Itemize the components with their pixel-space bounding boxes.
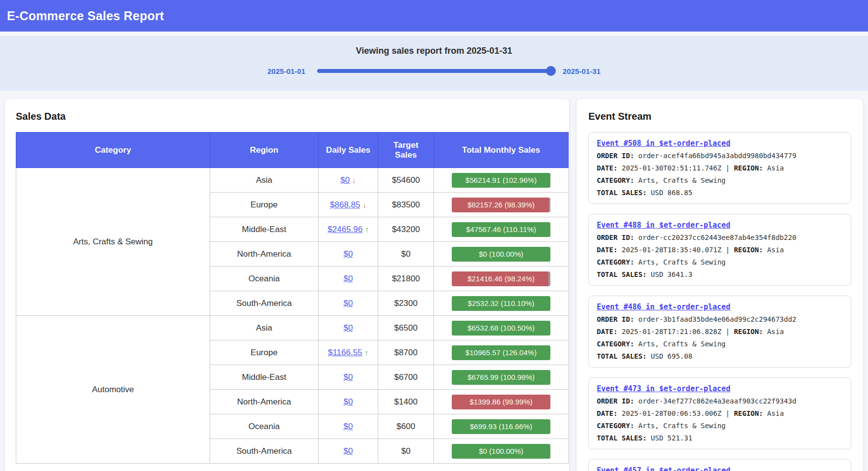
progress-label: $1399.86 (99.99%) — [452, 395, 550, 409]
event-total-sales: TOTAL SALES: USD 868.85 — [597, 188, 843, 197]
daily-sales-cell: $0 — [319, 316, 378, 340]
daily-sales-link[interactable]: $868.85 — [330, 200, 360, 209]
category-label: CATEGORY: — [597, 422, 638, 430]
total-sales-label: TOTAL SALES: — [597, 434, 651, 442]
date-range-slider[interactable] — [317, 66, 551, 76]
total-monthly-cell: $47567.46 (110.11%) — [434, 217, 569, 242]
daily-sales-link[interactable]: $0 — [344, 422, 353, 431]
trend-up-icon: ↑ — [365, 225, 369, 234]
daily-sales-link[interactable]: $0 — [344, 372, 353, 382]
event-link[interactable]: Event #473 in $et-order-placed — [597, 384, 730, 393]
daily-sales-cell: $868.85↓ — [319, 193, 378, 217]
total-monthly-cell: $0 (100.00%) — [434, 439, 569, 464]
event-date-region: DATE: 2025-01-28T18:35:40.071Z | REGION:… — [597, 245, 843, 254]
category-cell: Arts, Crafts & Sewing — [16, 168, 210, 316]
slider-track[interactable] — [317, 69, 551, 73]
event-link[interactable]: Event #488 in $et-order-placed — [597, 221, 730, 230]
sales-data-panel: Sales Data CategoryRegionDaily SalesTarg… — [5, 99, 569, 471]
daily-sales-link[interactable]: $0 — [344, 446, 353, 456]
total-monthly-cell: $0 (100.00%) — [434, 242, 569, 267]
target-sales-cell: $0 — [378, 439, 434, 464]
region-cell: South-America — [210, 439, 319, 464]
daily-sales-link[interactable]: $2465.96 — [327, 225, 362, 234]
date-label: DATE: — [597, 328, 622, 336]
order-id-label: ORDER ID: — [597, 397, 638, 405]
event-date-region: DATE: 2025-01-28T00:06:53.006Z | REGION:… — [597, 409, 843, 418]
event-total-sales: TOTAL SALES: USD 3641.3 — [597, 270, 843, 279]
app-header: E-Commerce Sales Report — [0, 0, 868, 32]
region-cell: North-America — [210, 242, 319, 267]
app-title: E-Commerce Sales Report — [7, 9, 164, 23]
daily-sales-cell: $0 — [319, 267, 378, 291]
separator: | — [725, 328, 734, 336]
event-date-region: DATE: 2025-01-28T17:21:06.828Z | REGION:… — [597, 327, 843, 336]
event-link[interactable]: Event #457 in $et-order-placed — [597, 466, 730, 471]
separator: | — [725, 246, 734, 254]
region-cell: Oceania — [210, 414, 319, 439]
progress-label: $47567.46 (110.11%) — [452, 222, 550, 237]
total-sales-value: USD 521.31 — [651, 434, 692, 442]
event-card: Event #508 in $et-order-placedORDER ID: … — [588, 132, 851, 204]
target-sales-cell: $1400 — [378, 390, 434, 414]
event-card: Event #486 in $et-order-placedORDER ID: … — [588, 296, 851, 368]
event-category: CATEGORY: Arts, Crafts & Sewing — [597, 421, 843, 430]
separator: | — [725, 409, 734, 417]
target-sales-cell: $600 — [378, 414, 434, 439]
total-monthly-cell: $1399.86 (99.99%) — [434, 390, 569, 414]
event-card: Event #488 in $et-order-placedORDER ID: … — [588, 214, 851, 286]
progress-badge: $21416.46 (98.24%) — [452, 271, 550, 286]
total-monthly-cell: $56214.91 (102.96%) — [434, 168, 569, 193]
daily-sales-cell: $0 — [319, 365, 378, 390]
region-cell: Asia — [210, 316, 319, 340]
region-cell: Asia — [210, 168, 319, 193]
daily-sales-link[interactable]: $0 — [344, 274, 353, 283]
event-stream-heading: Event Stream — [588, 111, 851, 122]
total-sales-value: USD 3641.3 — [651, 270, 692, 278]
category-cell: Automotive — [16, 316, 210, 464]
region-value: Asia — [767, 328, 784, 336]
region-cell: Europe — [210, 340, 319, 365]
event-list: Event #508 in $et-order-placedORDER ID: … — [588, 132, 851, 471]
daily-sales-link[interactable]: $0 — [344, 397, 353, 406]
date-filter-title: Viewing sales report from 2025-01-31 — [0, 46, 868, 56]
slider-min-label: 2025-01-01 — [267, 67, 305, 75]
event-link[interactable]: Event #486 in $et-order-placed — [597, 303, 730, 311]
daily-sales-cell: $0 — [319, 242, 378, 267]
table-row: AutomotiveAsia$0$6500$6532.68 (100.50%) — [16, 316, 569, 340]
daily-sales-cell: $0↓ — [319, 168, 378, 193]
progress-label: $0 (100.00%) — [452, 247, 550, 262]
daily-sales-link[interactable]: $0 — [344, 249, 353, 259]
target-sales-cell: $43200 — [378, 217, 434, 242]
target-sales-cell: $2300 — [378, 291, 434, 316]
target-sales-cell: $83500 — [378, 193, 434, 217]
trend-up-icon: ↑ — [365, 348, 369, 357]
category-value: Arts, Crafts & Sewing — [638, 340, 725, 348]
total-monthly-cell: $21416.46 (98.24%) — [434, 267, 569, 291]
progress-label: $0 (100.00%) — [452, 444, 550, 459]
daily-sales-cell: $0 — [319, 291, 378, 316]
daily-sales-link[interactable]: $1166.55 — [328, 348, 362, 357]
region-value: Asia — [767, 409, 784, 417]
category-value: Arts, Crafts & Sewing — [638, 258, 725, 266]
daily-sales-link[interactable]: $0 — [340, 175, 350, 185]
slider-thumb[interactable] — [546, 66, 556, 76]
event-link[interactable]: Event #508 in $et-order-placed — [597, 139, 730, 148]
date-value: 2025-01-28T00:06:53.006Z — [622, 409, 726, 417]
total-monthly-cell: $2532.32 (110.10%) — [434, 291, 569, 316]
date-value: 2025-01-28T18:35:40.071Z — [622, 246, 726, 254]
progress-label: $10965.57 (126.04%) — [452, 345, 550, 360]
column-header: Daily Sales — [319, 133, 378, 168]
region-value: Asia — [767, 164, 784, 172]
progress-label: $82157.26 (98.39%) — [452, 198, 550, 212]
column-header: Total Monthly Sales — [434, 133, 569, 168]
event-stream-panel: Event Stream Event #508 in $et-order-pla… — [577, 99, 863, 471]
target-sales-cell: $21800 — [378, 267, 434, 291]
target-sales-cell: $8700 — [378, 340, 434, 365]
separator: | — [725, 164, 734, 172]
order-id-label: ORDER ID: — [597, 234, 638, 241]
daily-sales-link[interactable]: $0 — [344, 299, 353, 308]
progress-label: $21416.46 (98.24%) — [452, 271, 550, 286]
region-cell: South-America — [210, 291, 319, 316]
event-total-sales: TOTAL SALES: USD 695.08 — [597, 352, 843, 361]
daily-sales-link[interactable]: $0 — [344, 323, 353, 333]
